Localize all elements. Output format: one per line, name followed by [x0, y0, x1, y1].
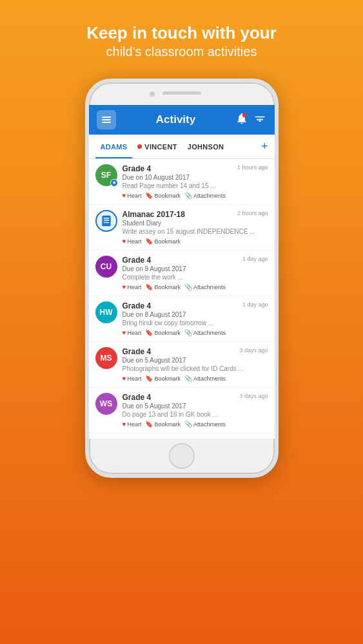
- item-content: Almanac 2017-18 2 hours ago Student Diar…: [123, 210, 268, 245]
- tab-vincent[interactable]: VINCENT: [132, 135, 182, 158]
- avatar: SF ★: [95, 164, 117, 186]
- header-line1: Keep in touch with your: [86, 23, 277, 43]
- bookmark-button[interactable]: 🔖Bookmark: [145, 192, 181, 199]
- bookmark-label: Bookmark: [154, 193, 181, 199]
- bookmark-label: Bookmark: [154, 330, 181, 336]
- avatar: WS: [95, 393, 117, 415]
- item-actions: ♥Heart 🔖Bookmark 📎Attachments: [123, 375, 268, 382]
- item-title: Grade 4: [123, 347, 152, 356]
- item-content: Grade 4 1 day ago Due on 8 August 2017 B…: [123, 301, 268, 336]
- bookmark-button[interactable]: 🔖Bookmark: [145, 375, 181, 382]
- add-tab-button[interactable]: +: [261, 140, 268, 153]
- tab-adams[interactable]: ADAMS: [95, 135, 133, 158]
- bookmark-button[interactable]: 🔖Bookmark: [145, 329, 181, 336]
- activity-list: SF ★ Grade 4 1 hours ago Due on 10 Augus…: [89, 159, 275, 439]
- heart-label: Heart: [127, 193, 141, 199]
- avatar-text: HW: [100, 308, 113, 317]
- heart-label: Heart: [127, 375, 141, 382]
- attachments-button[interactable]: 📎Attachments: [184, 329, 226, 336]
- menu-button[interactable]: [97, 110, 116, 129]
- heart-button[interactable]: ♥Heart: [123, 375, 142, 382]
- list-item: HW Grade 4 1 day ago Due on 8 August 201…: [89, 296, 275, 342]
- heart-label: Heart: [127, 330, 141, 336]
- avatar: [95, 210, 117, 232]
- list-item: CU Grade 4 1 day ago Due on 9 August 201…: [89, 251, 275, 296]
- volume-down-button: [85, 179, 86, 198]
- phone-screen: Activity ADAMS: [89, 105, 275, 439]
- bookmark-button[interactable]: 🔖Bookmark: [145, 238, 181, 245]
- attachments-button[interactable]: 📎Attachments: [184, 283, 226, 290]
- tab-johnson[interactable]: JOHNSON: [182, 135, 230, 158]
- attachments-label: Attachments: [193, 375, 226, 382]
- heart-button[interactable]: ♥Heart: [123, 421, 142, 428]
- bookmark-button[interactable]: 🔖Bookmark: [145, 421, 181, 428]
- item-title: Almanac 2017-18: [123, 210, 185, 219]
- home-button[interactable]: [169, 443, 195, 469]
- item-subtitle: Due on 5 August 2017: [123, 402, 268, 410]
- item-time: 1 day ago: [242, 301, 268, 308]
- avatar-text: MS: [101, 354, 112, 363]
- item-subtitle: Student Diary: [123, 220, 268, 227]
- volume-up-button: [85, 153, 86, 173]
- bookmark-label: Bookmark: [154, 421, 181, 428]
- power-button: [277, 166, 279, 195]
- attachments-button[interactable]: 📎Attachments: [184, 375, 226, 382]
- item-title: Grade 4: [123, 256, 152, 265]
- bookmark-label: Bookmark: [154, 375, 181, 382]
- heart-button[interactable]: ♥Heart: [123, 329, 142, 336]
- tab-vincent-label: VINCENT: [144, 143, 177, 151]
- header-section: Keep in touch with your child's classroo…: [61, 0, 302, 72]
- item-time: 2 hours ago: [237, 210, 268, 216]
- item-content: Grade 4 3 days ago Due on 5 August 2017 …: [123, 393, 268, 428]
- item-actions: ♥Heart 🔖Bookmark: [123, 238, 268, 245]
- avatar-text: SF: [101, 171, 111, 180]
- item-content: Grade 4 1 hours ago Due on 10 August 201…: [123, 164, 268, 199]
- avatar-badge: ★: [110, 179, 118, 187]
- bookmark-button[interactable]: 🔖Bookmark: [145, 283, 181, 290]
- list-item: WS Grade 4 3 days ago Due on 5 August 20…: [89, 388, 275, 433]
- phone-shell: Activity ADAMS: [85, 79, 279, 478]
- attachments-label: Attachments: [193, 193, 226, 199]
- item-header: Grade 4 3 days ago: [123, 393, 268, 402]
- attachments-button[interactable]: 📎Attachments: [184, 192, 226, 199]
- item-actions: ♥Heart 🔖Bookmark 📎Attachments: [123, 421, 268, 428]
- item-desc: Photographs will be clicked for ID Cards…: [123, 365, 268, 372]
- item-header: Almanac 2017-18 2 hours ago: [123, 210, 268, 219]
- phone-camera: [150, 91, 155, 97]
- heart-label: Heart: [127, 421, 141, 428]
- attachments-button[interactable]: 📎Attachments: [184, 421, 226, 428]
- avatar-text: WS: [100, 399, 112, 408]
- avatar: MS: [95, 347, 117, 369]
- item-desc: Write assey on 15 august INDEPENDENCE ..…: [123, 228, 268, 235]
- item-actions: ♥Heart 🔖Bookmark 📎Attachments: [123, 192, 268, 199]
- item-desc: Complete the work ...: [123, 274, 268, 281]
- item-actions: ♥Heart 🔖Bookmark 📎Attachments: [123, 329, 268, 336]
- item-content: Grade 4 3 days ago Due on 5 August 2017 …: [123, 347, 268, 382]
- notification-button[interactable]: [235, 112, 248, 128]
- attachments-label: Attachments: [193, 421, 226, 428]
- item-title: Grade 4: [123, 393, 152, 402]
- item-desc: Read Page number 14 and 15 ...: [123, 182, 268, 189]
- tab-adams-label: ADAMS: [101, 143, 128, 151]
- item-time: 3 days ago: [239, 393, 268, 399]
- item-subtitle: Due on 5 August 2017: [123, 357, 268, 364]
- filter-button[interactable]: [253, 112, 266, 128]
- heart-label: Heart: [127, 284, 141, 290]
- item-header: Grade 4 1 day ago: [123, 256, 268, 265]
- avatar: HW: [95, 301, 117, 323]
- item-header: Grade 4 1 day ago: [123, 301, 268, 310]
- list-item: MS Grade 4 3 days ago Due on 5 August 20…: [89, 342, 275, 388]
- heart-button[interactable]: ♥Heart: [123, 283, 142, 290]
- item-time: 3 days ago: [239, 347, 268, 354]
- heart-label: Heart: [127, 238, 141, 245]
- item-subtitle: Due on 8 August 2017: [123, 311, 268, 318]
- avatar: CU: [95, 256, 117, 278]
- heart-button[interactable]: ♥Heart: [123, 238, 142, 245]
- item-title: Grade 4: [123, 164, 152, 173]
- item-desc: Do page 13 and 16 in GK book ...: [123, 411, 268, 418]
- item-desc: Bring hindi cw copy tomorrow ...: [123, 319, 268, 327]
- tabs-bar: ADAMS VINCENT JOHNSON +: [89, 135, 275, 159]
- heart-button[interactable]: ♥Heart: [123, 192, 142, 199]
- bookmark-label: Bookmark: [154, 284, 181, 290]
- list-item: SF ★ Grade 4 1 hours ago Due on 10 Augus…: [89, 159, 275, 205]
